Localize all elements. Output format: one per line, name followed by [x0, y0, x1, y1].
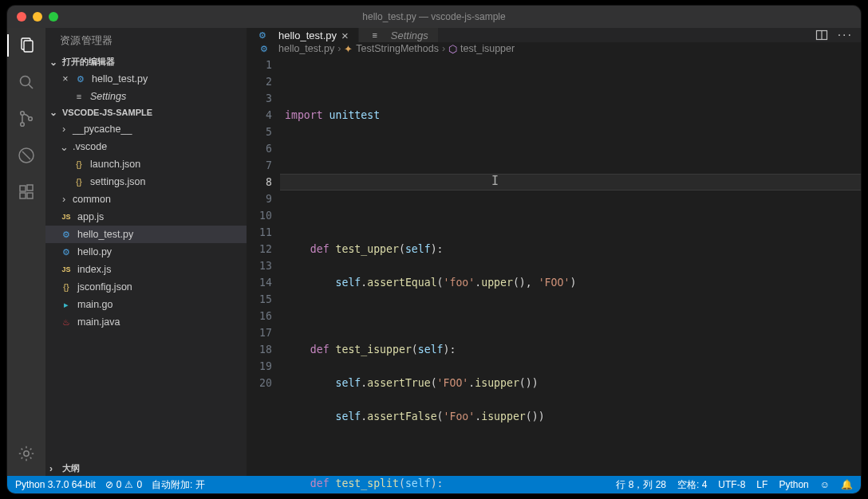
file-label: launch.json: [90, 159, 140, 170]
settings-icon: ≡: [369, 29, 381, 41]
folder-item[interactable]: ⌄.vscode: [45, 138, 247, 155]
json-icon: {}: [73, 175, 85, 188]
js-icon: JS: [60, 210, 73, 223]
close-icon[interactable]: ×: [60, 73, 71, 84]
status-python-version[interactable]: Python 3.7.0 64-bit: [15, 479, 96, 490]
status-problems[interactable]: ⊘0 ⚠0: [105, 479, 142, 490]
file-item[interactable]: {}jsconfig.json: [45, 278, 247, 296]
file-item[interactable]: JSapp.js: [45, 208, 247, 226]
tab-hello-test[interactable]: ⚙ hello_test.py ×: [247, 28, 359, 42]
python-icon: ⚙: [60, 246, 73, 258]
code-editor[interactable]: 1234567891011121314151617181920 I import…: [247, 55, 861, 493]
python-icon: ⚙: [74, 73, 87, 85]
open-editor-item[interactable]: ≡ Settings: [45, 88, 247, 105]
file-label: .vscode: [73, 141, 107, 152]
split-editor-icon[interactable]: [815, 29, 828, 41]
source-control-icon[interactable]: [15, 108, 37, 130]
debug-icon[interactable]: [15, 144, 37, 167]
file-item[interactable]: ♨main.java: [45, 313, 247, 331]
svg-point-5: [21, 123, 25, 127]
extensions-icon[interactable]: [15, 181, 37, 203]
section-label: 打开的编辑器: [62, 56, 115, 68]
error-icon: ⊘: [105, 479, 113, 490]
svg-rect-10: [20, 193, 26, 198]
svg-rect-9: [20, 186, 26, 191]
section-label: 大纲: [62, 462, 80, 474]
breadcrumbs[interactable]: ⚙ hello_test.py › ✦ TestStringMethods › …: [247, 42, 861, 55]
svg-line-3: [29, 84, 33, 88]
file-label: main.java: [77, 316, 120, 328]
svg-point-4: [21, 112, 25, 116]
minimize-window-button[interactable]: [33, 12, 42, 22]
folder-item[interactable]: ›__pycache__: [45, 120, 247, 138]
chevron-right-icon: ›: [60, 124, 68, 135]
file-label: main.go: [77, 299, 112, 310]
file-label: hello_test.py: [92, 73, 148, 84]
chevron-right-icon: ›: [442, 43, 445, 54]
tab-label: Settings: [391, 29, 428, 41]
chevron-right-icon: ›: [60, 194, 68, 205]
svg-rect-1: [24, 41, 33, 52]
java-icon: ♨: [60, 316, 73, 328]
search-icon[interactable]: [15, 71, 37, 93]
class-icon: ✦: [344, 43, 353, 55]
warning-icon: ⚠: [124, 479, 133, 490]
folder-item[interactable]: ›common: [45, 191, 247, 208]
breadcrumb-class[interactable]: TestStringMethods: [356, 43, 439, 54]
file-label: settings.json: [90, 176, 145, 187]
close-icon[interactable]: ×: [341, 29, 349, 42]
outline-header[interactable]: › 大纲: [45, 461, 247, 476]
explorer-icon[interactable]: [7, 34, 45, 57]
method-icon: ⬡: [448, 43, 457, 55]
folder-header[interactable]: ⌄ VSCODE-JS-SAMPLE: [45, 105, 247, 120]
more-actions-icon[interactable]: ···: [838, 28, 853, 42]
maximize-window-button[interactable]: [49, 12, 58, 22]
breadcrumb-file[interactable]: hello_test.py: [278, 43, 334, 54]
close-window-button[interactable]: [17, 12, 26, 22]
settings-gear-icon[interactable]: [15, 442, 37, 465]
file-item[interactable]: {}settings.json: [45, 173, 247, 191]
svg-point-13: [24, 451, 29, 456]
editor-tabs: ⚙ hello_test.py × ≡ Settings ···: [247, 28, 861, 42]
file-item[interactable]: JSindex.js: [45, 261, 247, 278]
open-editors-header[interactable]: ⌄ 打开的编辑器: [45, 54, 247, 69]
breadcrumb-method[interactable]: test_isupper: [460, 43, 515, 54]
line-numbers: 1234567891011121314151617181920: [247, 55, 285, 493]
tab-label: hello_test.py: [278, 29, 337, 41]
python-icon: ⚙: [258, 42, 270, 55]
file-label: common: [73, 194, 111, 205]
file-item[interactable]: ▸main.go: [45, 296, 247, 313]
json-icon: {}: [73, 158, 85, 171]
file-item[interactable]: {}launch.json: [45, 155, 247, 173]
sidebar: 资源管理器 ⌄ 打开的编辑器 × ⚙ hello_test.py ≡ Setti…: [45, 28, 247, 476]
file-tree: ›__pycache__ ⌄.vscode {}launch.json {}se…: [45, 120, 247, 331]
file-label: index.js: [77, 264, 111, 275]
sidebar-title: 资源管理器: [45, 28, 247, 54]
chevron-right-icon: ›: [337, 43, 341, 54]
file-label: jsconfig.json: [77, 281, 132, 293]
open-editor-item[interactable]: × ⚙ hello_test.py: [45, 70, 247, 88]
json-icon: {}: [60, 281, 73, 293]
svg-point-2: [21, 77, 30, 86]
status-auto-attach[interactable]: 自动附加: 开: [152, 478, 205, 492]
python-icon: ⚙: [256, 29, 269, 41]
go-icon: ▸: [60, 298, 73, 311]
svg-line-8: [22, 151, 30, 159]
js-icon: JS: [60, 263, 73, 276]
activity-bar: [7, 28, 45, 476]
file-label: hello_test.py: [77, 229, 133, 240]
file-label: app.js: [77, 211, 104, 222]
chevron-right-icon: ›: [49, 463, 61, 474]
tab-settings[interactable]: ≡ Settings: [359, 28, 439, 42]
file-item[interactable]: ⚙hello.py: [45, 243, 247, 261]
window-title: hello_test.py — vscode-js-sample: [7, 11, 861, 22]
section-label: VSCODE-JS-SAMPLE: [62, 108, 152, 117]
chevron-down-icon: ⌄: [49, 57, 61, 68]
python-icon: ⚙: [60, 228, 73, 241]
svg-rect-11: [27, 193, 33, 198]
titlebar: hello_test.py — vscode-js-sample: [7, 6, 861, 28]
file-item[interactable]: ⚙hello_test.py: [45, 226, 247, 243]
code-content[interactable]: I import unittest class TestStringMethod…: [285, 55, 861, 493]
svg-rect-12: [27, 185, 33, 191]
svg-point-6: [29, 117, 33, 121]
